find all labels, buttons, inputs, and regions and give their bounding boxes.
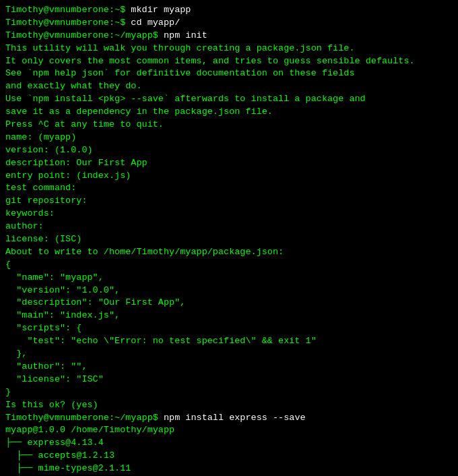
terminal-line: It only covers the most common items, an… bbox=[5, 55, 453, 68]
terminal-line: Press ^C at any time to quit. bbox=[5, 119, 453, 131]
command-text: mkdir myapp bbox=[131, 5, 191, 15]
terminal-line: Timothy@vmnumberone:~$ mkdir myapp bbox=[5, 4, 453, 17]
terminal-line: test command: bbox=[5, 182, 453, 195]
terminal-line: Timothy@vmnumberone:~/myapp$ npm install… bbox=[5, 412, 453, 425]
terminal-line: Use `npm install <pkg> --save` afterward… bbox=[5, 93, 453, 106]
prompt-text: Timothy@vmnumberone:~/myapp$ bbox=[5, 30, 164, 40]
terminal-line: This utility will walk you through creat… bbox=[5, 42, 453, 55]
terminal-line: entry point: (index.js) bbox=[5, 170, 453, 183]
prompt-text: Timothy@vmnumberone:~$ bbox=[5, 18, 131, 28]
terminal-line: } bbox=[5, 386, 453, 399]
terminal-line: and exactly what they do. bbox=[5, 80, 453, 93]
terminal-line: Timothy@vmnumberone:~/myapp$ npm init bbox=[5, 30, 453, 42]
terminal-line: keywords: bbox=[5, 208, 453, 220]
terminal-line: version: (1.0.0) bbox=[5, 144, 453, 157]
tree-item: ├── express@4.13.4 bbox=[5, 438, 104, 448]
terminal-line: git repository: bbox=[5, 195, 453, 208]
terminal-line: See `npm help json` for definitive docum… bbox=[5, 67, 453, 80]
terminal-line: "scripts": { bbox=[5, 322, 453, 335]
terminal-line: description: Our First App bbox=[5, 157, 453, 170]
command-text: cd myapp/ bbox=[131, 18, 180, 28]
command-text: npm install express --save bbox=[164, 413, 306, 423]
terminal-line: ├── accepts@1.2.13 bbox=[5, 450, 453, 463]
prompt-text: Timothy@vmnumberone:~/myapp$ bbox=[5, 413, 164, 423]
terminal-line: "test": "echo \"Error: no test specified… bbox=[5, 335, 453, 348]
command-text: npm init bbox=[164, 30, 207, 40]
terminal-line: save it as a dependency in the package.j… bbox=[5, 106, 453, 119]
terminal-line: ├── express@4.13.4 bbox=[5, 437, 453, 450]
terminal-line: "name": "myapp", bbox=[5, 272, 453, 285]
prompt-text: Timothy@vmnumberone:~$ bbox=[5, 5, 131, 15]
terminal-window: Timothy@vmnumberone:~$ mkdir myappTimoth… bbox=[5, 4, 453, 476]
tree-item: ├── accepts@1.2.13 bbox=[5, 450, 115, 460]
terminal-line: license: (ISC) bbox=[5, 233, 453, 246]
terminal-line: "main": "index.js", bbox=[5, 309, 453, 322]
terminal-line: author: bbox=[5, 220, 453, 233]
terminal-line: myapp@1.0.0 /home/Timothy/myapp bbox=[5, 424, 453, 437]
terminal-line: Timothy@vmnumberone:~$ cd myapp/ bbox=[5, 17, 453, 30]
terminal-line: About to write to /home/Timothy/myapp/pa… bbox=[5, 246, 453, 259]
terminal-line: "author": "", bbox=[5, 361, 453, 374]
terminal-line: "license": "ISC" bbox=[5, 374, 453, 386]
tree-item: ├── mime-types@2.1.11 bbox=[5, 463, 131, 473]
terminal-line: name: (myapp) bbox=[5, 131, 453, 144]
terminal-line: ├── mime-types@2.1.11 bbox=[5, 463, 453, 475]
terminal-line: { bbox=[5, 259, 453, 272]
terminal-line: Is this ok? (yes) bbox=[5, 399, 453, 412]
terminal-line: "version": "1.0.0", bbox=[5, 285, 453, 297]
terminal-line: }, bbox=[5, 348, 453, 361]
terminal-line: "description": "Our First App", bbox=[5, 297, 453, 309]
